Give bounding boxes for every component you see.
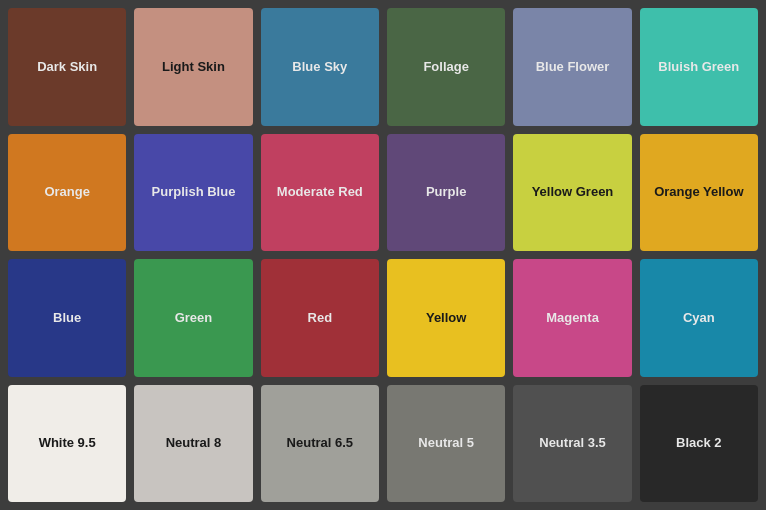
swatch-label-black-2: Black 2 (674, 433, 724, 453)
swatch-moderate-red[interactable]: Moderate Red (261, 134, 379, 252)
swatch-label-green: Green (173, 308, 215, 328)
swatch-label-orange-yellow: Orange Yellow (652, 182, 745, 202)
swatch-bluish-green[interactable]: Bluish Green (640, 8, 758, 126)
swatch-dark-skin[interactable]: Dark Skin (8, 8, 126, 126)
swatch-label-moderate-red: Moderate Red (275, 182, 365, 202)
swatch-neutral-6.5[interactable]: Neutral 6.5 (261, 385, 379, 503)
swatch-black-2[interactable]: Black 2 (640, 385, 758, 503)
swatch-green[interactable]: Green (134, 259, 252, 377)
swatch-label-neutral-3.5: Neutral 3.5 (537, 433, 607, 453)
swatch-label-dark-skin: Dark Skin (35, 57, 99, 77)
swatch-neutral-5[interactable]: Neutral 5 (387, 385, 505, 503)
swatch-red[interactable]: Red (261, 259, 379, 377)
swatch-blue-sky[interactable]: Blue Sky (261, 8, 379, 126)
swatch-yellow[interactable]: Yellow (387, 259, 505, 377)
swatch-blue-flower[interactable]: Blue Flower (513, 8, 631, 126)
swatch-follage[interactable]: Follage (387, 8, 505, 126)
swatch-label-blue-sky: Blue Sky (290, 57, 349, 77)
swatch-label-blue: Blue (51, 308, 83, 328)
swatch-label-follage: Follage (421, 57, 471, 77)
swatch-label-bluish-green: Bluish Green (656, 57, 741, 77)
swatch-label-neutral-8: Neutral 8 (164, 433, 224, 453)
swatch-light-skin[interactable]: Light Skin (134, 8, 252, 126)
swatch-orange-yellow[interactable]: Orange Yellow (640, 134, 758, 252)
swatch-label-red: Red (306, 308, 335, 328)
swatch-label-purplish-blue: Purplish Blue (150, 182, 238, 202)
swatch-neutral-8[interactable]: Neutral 8 (134, 385, 252, 503)
swatch-label-white-9.5: White 9.5 (37, 433, 98, 453)
swatch-label-purple: Purple (424, 182, 468, 202)
swatch-purple[interactable]: Purple (387, 134, 505, 252)
swatch-neutral-3.5[interactable]: Neutral 3.5 (513, 385, 631, 503)
swatch-label-magenta: Magenta (544, 308, 601, 328)
swatch-magenta[interactable]: Magenta (513, 259, 631, 377)
color-grid: Dark SkinLight SkinBlue SkyFollageBlue F… (0, 0, 766, 510)
swatch-yellow-green[interactable]: Yellow Green (513, 134, 631, 252)
swatch-label-blue-flower: Blue Flower (534, 57, 612, 77)
swatch-white-9.5[interactable]: White 9.5 (8, 385, 126, 503)
swatch-orange[interactable]: Orange (8, 134, 126, 252)
swatch-cyan[interactable]: Cyan (640, 259, 758, 377)
swatch-purplish-blue[interactable]: Purplish Blue (134, 134, 252, 252)
swatch-label-yellow-green: Yellow Green (530, 182, 616, 202)
swatch-label-light-skin: Light Skin (160, 57, 227, 77)
swatch-label-yellow: Yellow (424, 308, 468, 328)
swatch-label-orange: Orange (42, 182, 92, 202)
swatch-label-neutral-6.5: Neutral 6.5 (285, 433, 355, 453)
swatch-label-cyan: Cyan (681, 308, 717, 328)
swatch-label-neutral-5: Neutral 5 (416, 433, 476, 453)
swatch-blue[interactable]: Blue (8, 259, 126, 377)
